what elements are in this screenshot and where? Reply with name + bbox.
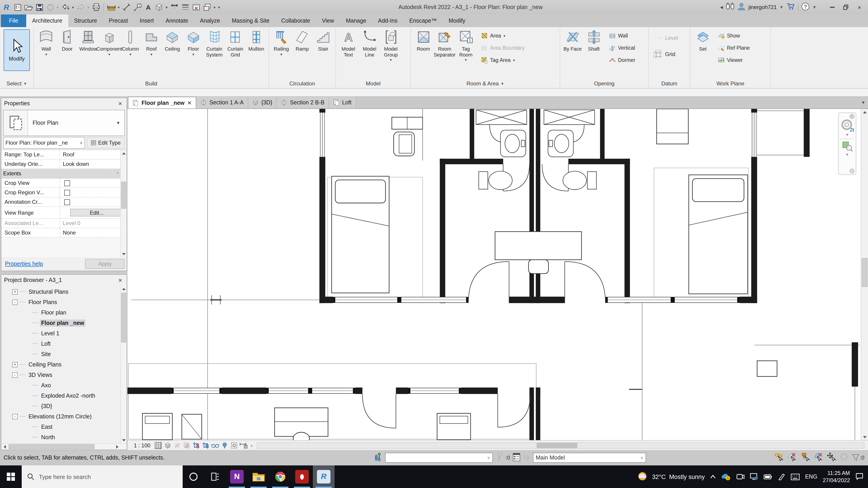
browser-tree-item[interactable]: Floor plan _new <box>1 318 120 328</box>
acrobat-icon[interactable]: ⬮ <box>291 465 313 488</box>
3d-view-dropdown-icon[interactable]: ▼ <box>165 6 168 9</box>
ribbon-tab[interactable]: Modify <box>443 14 471 27</box>
scroll-up-icon[interactable] <box>121 286 127 292</box>
ribbon-tab[interactable]: Insert <box>134 14 160 27</box>
battery-icon[interactable] <box>764 474 773 480</box>
tree-expander-icon[interactable]: - <box>12 372 18 378</box>
design-option-dropdown[interactable]: Main Model∨ <box>533 453 646 463</box>
worksets-dropdown[interactable]: ∨ <box>385 453 493 463</box>
property-row[interactable]: Crop View <box>1 178 120 188</box>
drag-elements-on-selection-icon[interactable] <box>827 452 836 463</box>
property-row[interactable]: Crop Region V... <box>1 188 120 197</box>
ribbon-button[interactable]: Curtain System <box>204 29 225 76</box>
type-selector[interactable]: Floor Plan ▼ <box>3 110 125 136</box>
property-row[interactable]: Scope BoxNone <box>1 228 120 238</box>
select-underlay-elements-icon[interactable] <box>787 452 797 463</box>
ribbon-button[interactable]: Column ▼ <box>120 29 141 76</box>
scroll-down-icon[interactable] <box>121 437 127 443</box>
browser-hscrollbar[interactable] <box>1 443 127 450</box>
room-area-panel-label[interactable]: Room & Area▼ <box>411 79 560 88</box>
design-options-icon[interactable] <box>513 453 520 463</box>
canvas-hscrollbar[interactable] <box>257 442 864 449</box>
help-dropdown-icon[interactable]: ▼ <box>812 5 816 9</box>
ribbon-button[interactable]: Model Group ▼ <box>380 29 401 76</box>
navbar-close-icon[interactable] <box>849 114 855 119</box>
ribbon-button[interactable]: Curtain Grid <box>225 29 246 76</box>
select-elements-by-face-icon[interactable] <box>814 452 823 463</box>
tag-by-category-icon[interactable]: 1 <box>132 2 143 12</box>
ribbon-tab[interactable]: Precast <box>103 14 134 27</box>
show-crop-dialog-icon[interactable] <box>202 441 210 449</box>
chrome-icon[interactable] <box>270 465 291 488</box>
view-tab-list-dropdown-icon[interactable]: ▼ <box>861 100 865 105</box>
revit-taskbar-icon[interactable]: R <box>313 465 335 488</box>
browser-tree-item[interactable]: Axo <box>1 380 120 390</box>
browser-tree-item[interactable]: - Elevations (12mm Circle) <box>1 411 120 422</box>
property-row[interactable]: View RangeEdit... <box>1 207 120 219</box>
scroll-right-icon[interactable] <box>114 444 120 450</box>
browser-tree-item[interactable]: Exploded Axo2 -north <box>1 390 120 401</box>
select-pinned-elements-icon[interactable] <box>801 452 810 463</box>
minimize-button[interactable] <box>826 2 839 13</box>
edit-type-button[interactable]: Edit Type <box>87 137 125 149</box>
section-icon[interactable] <box>169 2 180 12</box>
ribbon-button[interactable]: Roof ▼ <box>141 29 162 76</box>
ribbon-tab[interactable]: Structure <box>68 14 103 27</box>
help-icon[interactable]: ? <box>801 2 810 12</box>
zoom-region-icon[interactable] <box>841 140 853 152</box>
ribbon-button[interactable]: Room Separator <box>434 29 455 76</box>
tree-expander-icon[interactable]: + <box>12 289 18 294</box>
navbar-minimize-icon[interactable] <box>849 168 855 173</box>
reveal-constraints-icon[interactable] <box>239 441 248 449</box>
ribbon-medium-button[interactable]: Grid <box>651 47 680 61</box>
measure-dropdown-icon[interactable]: ▼ <box>117 6 121 9</box>
ribbon-button[interactable]: Ceiling <box>162 29 183 76</box>
tree-expander-icon[interactable]: + <box>12 362 18 367</box>
zoom-dropdown-icon[interactable]: ▼ <box>845 153 849 157</box>
browser-scrollbar[interactable] <box>120 286 127 443</box>
ribbon-button[interactable]: Model Text <box>338 29 359 76</box>
view-control-collapse-icon[interactable]: ‹ <box>249 443 254 448</box>
browser-tree-item[interactable]: Loft <box>1 338 120 349</box>
annotation-crop-checkbox[interactable] <box>64 199 70 205</box>
browser-tree-item[interactable]: + Structural Plans <box>1 287 120 297</box>
tree-expander-icon[interactable]: - <box>12 299 18 305</box>
touch-keyboard-icon[interactable] <box>791 473 800 480</box>
view-tab[interactable]: Floor plan _new ✕ <box>128 97 196 108</box>
ribbon-small-button[interactable]: Dormer <box>607 55 639 66</box>
measure-icon[interactable] <box>106 2 116 12</box>
filter-icon[interactable]: :0 <box>852 454 864 462</box>
browser-tree-item[interactable]: + Ceiling Plans <box>1 359 120 369</box>
type-selector-dropdown-icon[interactable]: ▼ <box>116 121 124 125</box>
ribbon-button[interactable]: By Face <box>562 29 583 76</box>
search-icon[interactable] <box>726 2 735 12</box>
tree-expander-icon[interactable]: - <box>12 414 18 419</box>
property-row[interactable]: Underlay Orie...Look down <box>1 160 120 169</box>
ribbon-tab[interactable]: File <box>1 14 26 27</box>
home-icon[interactable] <box>13 2 23 12</box>
ribbon-button[interactable]: Room <box>413 29 434 76</box>
crop-view-checkbox[interactable] <box>64 180 70 186</box>
ribbon-tab[interactable]: Add-Ins <box>372 14 403 27</box>
ribbon-small-button[interactable]: Vertical <box>607 42 639 53</box>
browser-tree-item[interactable]: North <box>1 432 120 442</box>
ribbon-small-button[interactable]: Ref Plane <box>716 42 752 53</box>
task-view-button[interactable] <box>204 465 226 488</box>
scroll-up-icon[interactable] <box>861 109 868 115</box>
ribbon-tab[interactable]: Architecture <box>26 14 68 27</box>
ribbon-medium-button[interactable]: Level <box>651 31 680 45</box>
restore-button[interactable] <box>839 2 852 13</box>
browser-tree-item[interactable]: Floor plan <box>1 307 120 318</box>
ribbon-tab[interactable]: Annotate <box>160 14 194 27</box>
steering-wheel-2d-icon[interactable]: 2D <box>840 119 854 132</box>
browser-tree-item[interactable]: {3D} <box>1 401 120 411</box>
hidden-icons-chevron[interactable] <box>710 475 716 479</box>
ribbon-button[interactable]: Stair <box>313 29 334 76</box>
drawing-area[interactable]: 2D ▼ ▼ <box>127 108 868 440</box>
onedrive-warning-icon[interactable]: ! <box>721 473 731 481</box>
ribbon-small-button[interactable]: Viewer <box>716 55 752 66</box>
undo-dropdown-icon[interactable]: ▼ <box>71 6 75 9</box>
ribbon-button[interactable]: Railing ▼ <box>271 29 292 76</box>
scroll-up-icon[interactable] <box>121 150 127 156</box>
editable-only-icon[interactable] <box>495 453 503 463</box>
